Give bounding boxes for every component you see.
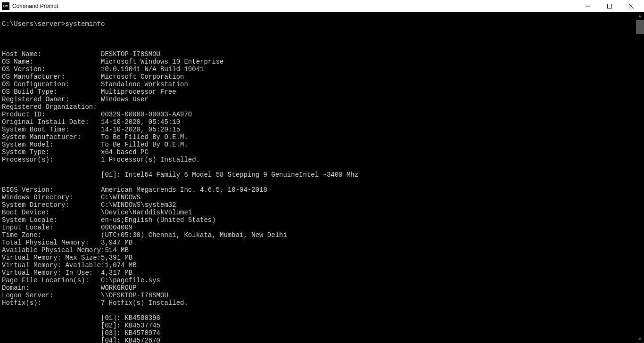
field-value: 1,074 MB <box>105 261 136 269</box>
output-row: BIOS Version:American Megatrends Inc. 4.… <box>2 186 634 194</box>
output-row: Input Locale:00004009 <box>2 224 634 231</box>
terminal-output[interactable]: C:\Users\server>systeminfo Host Name:DES… <box>0 12 636 343</box>
field-label: System Manufacturer: <box>2 133 101 141</box>
scroll-down-arrow[interactable]: ▼ <box>636 335 644 343</box>
output-row: Available Physical Memory:514 MB <box>2 246 634 254</box>
field-value: 00329-00000-00003-AA970 <box>101 111 192 118</box>
field-value: WORKGROUP <box>101 284 137 292</box>
field-label: System Type: <box>2 148 101 156</box>
output-row: Original Install Date:14-10-2020, 05:45:… <box>2 118 634 126</box>
maximize-button[interactable] <box>599 0 620 12</box>
field-value: 5,391 MB <box>101 254 132 261</box>
field-label: Total Physical Memory: <box>2 239 101 246</box>
hotfix-item: [04]: KB4572670 <box>2 337 634 343</box>
output-row: Virtual Memory: In Use:4,317 MB <box>2 269 634 277</box>
prompt-line: C:\Users\server>systeminfo <box>2 20 634 28</box>
scrollbar-thumb[interactable] <box>636 20 644 34</box>
vertical-scrollbar[interactable]: ▲ ▼ <box>636 12 644 343</box>
close-button[interactable] <box>620 0 642 12</box>
scroll-up-arrow[interactable]: ▲ <box>636 12 644 20</box>
hotfix-item: [03]: KB4570974 <box>2 329 634 337</box>
field-label: OS Manufacturer: <box>2 73 101 81</box>
maximize-icon <box>607 4 612 8</box>
field-label: Boot Device: <box>2 209 101 216</box>
output-row: System Manufacturer:To Be Filled By O.E.… <box>2 133 634 141</box>
field-value: Multiprocessor Free <box>101 88 176 96</box>
field-label: Registered Organization: <box>2 103 101 111</box>
output-row: Host Name:DESKTOP-I78SMOU <box>2 50 634 58</box>
field-label: Product ID: <box>2 111 101 118</box>
field-value: C:\WINDOWS\system32 <box>101 201 176 209</box>
output-row: Registered Owner:Windows User <box>2 96 634 103</box>
field-label: Virtual Memory: Available: <box>2 261 105 269</box>
field-value: 14-10-2020, 05:45:10 <box>101 118 180 126</box>
field-value: To Be Filled By O.E.M. <box>101 141 188 148</box>
output-row: Logon Server:\\DESKTOP-I78SMOU <box>2 292 634 299</box>
hotfix-item: [01]: KB4580398 <box>2 314 634 322</box>
field-value: 514 MB <box>105 246 128 254</box>
field-value: American Megatrends Inc. 4.6.5, 10-04-20… <box>101 186 267 194</box>
output-row: Boot Device:\Device\HarddiskVolume1 <box>2 209 634 216</box>
titlebar: C:\ Command Prompt <box>0 0 644 12</box>
field-label: OS Configuration: <box>2 81 101 88</box>
field-value: \\DESKTOP-I78SMOU <box>101 292 168 299</box>
output-row: OS Manufacturer:Microsoft Corporation <box>2 73 634 81</box>
field-label: Hotfix(s): <box>2 299 101 307</box>
close-icon <box>629 4 634 8</box>
field-label: OS Version: <box>2 65 101 73</box>
field-label: Time Zone: <box>2 231 101 239</box>
field-label: BIOS Version: <box>2 186 101 194</box>
output-row: OS Build Type:Multiprocessor Free <box>2 88 634 96</box>
field-label: Processor(s): <box>2 156 101 163</box>
field-label: System Model: <box>2 141 101 148</box>
minimize-button[interactable] <box>577 0 599 12</box>
field-label: Registered Owner: <box>2 96 101 103</box>
field-value: 1 Processor(s) Installed. <box>101 156 200 163</box>
field-label: Domain: <box>2 284 101 292</box>
output-row: System Model:To Be Filled By O.E.M. <box>2 141 634 148</box>
output-row: Hotfix(s):7 Hotfix(s) Installed. <box>2 299 634 307</box>
processor-detail: [01]: Intel64 Family 6 Model 58 Stepping… <box>2 171 634 179</box>
field-value: 14-10-2020, 05:29:15 <box>101 126 180 133</box>
output-row: Virtual Memory: Available:1,074 MB <box>2 261 634 269</box>
field-value: (UTC+05:30) Chennai, Kolkata, Mumbai, Ne… <box>101 231 287 239</box>
field-value: \Device\HarddiskVolume1 <box>101 209 192 216</box>
field-label: Host Name: <box>2 50 101 58</box>
field-label: Original Install Date: <box>2 118 101 126</box>
output-row: System Boot Time:14-10-2020, 05:29:15 <box>2 126 634 133</box>
minimize-icon <box>586 4 590 8</box>
output-row: System Directory:C:\WINDOWS\system32 <box>2 201 634 209</box>
field-label: System Directory: <box>2 201 101 209</box>
field-label: Windows Directory: <box>2 194 101 201</box>
output-row: Time Zone:(UTC+05:30) Chennai, Kolkata, … <box>2 231 634 239</box>
field-value: Microsoft Windows 10 Enterprise <box>101 58 223 65</box>
field-label: Virtual Memory: In Use: <box>2 269 101 277</box>
field-label: System Locale: <box>2 216 101 224</box>
output-row: Virtual Memory: Max Size:5,391 MB <box>2 254 634 261</box>
output-row: System Type:x64-based PC <box>2 148 634 156</box>
field-value: 7 Hotfix(s) Installed. <box>101 299 188 307</box>
field-value: To Be Filled By O.E.M. <box>101 133 188 141</box>
field-value: Windows User <box>101 96 149 103</box>
output-row: OS Configuration:Standalone Workstation <box>2 81 634 88</box>
field-value: C:\WINDOWS <box>101 194 140 201</box>
output-row: Registered Organization: <box>2 103 634 111</box>
field-value: 10.0.19041 N/A Build 19041 <box>101 65 204 73</box>
field-label: Logon Server: <box>2 292 101 299</box>
output-row: Product ID:00329-00000-00003-AA970 <box>2 111 634 118</box>
field-value: C:\pagefile.sys <box>101 277 160 284</box>
field-label: Available Physical Memory: <box>2 246 105 254</box>
hotfix-item: [02]: KB4537745 <box>2 322 634 329</box>
field-label: Input Locale: <box>2 224 101 231</box>
output-row: System Locale:en-us;English (United Stat… <box>2 216 634 224</box>
field-value: x64-based PC <box>101 148 149 156</box>
field-label: System Boot Time: <box>2 126 101 133</box>
window-title: Command Prompt <box>12 3 577 9</box>
field-label: OS Build Type: <box>2 88 101 96</box>
output-row: Total Physical Memory:3,947 MB <box>2 239 634 246</box>
app-icon: C:\ <box>2 2 9 10</box>
field-value: 4,317 MB <box>101 269 132 277</box>
field-label: OS Name: <box>2 58 101 65</box>
svg-rect-1 <box>608 4 612 8</box>
output-row: Page File Location(s):C:\pagefile.sys <box>2 277 634 284</box>
